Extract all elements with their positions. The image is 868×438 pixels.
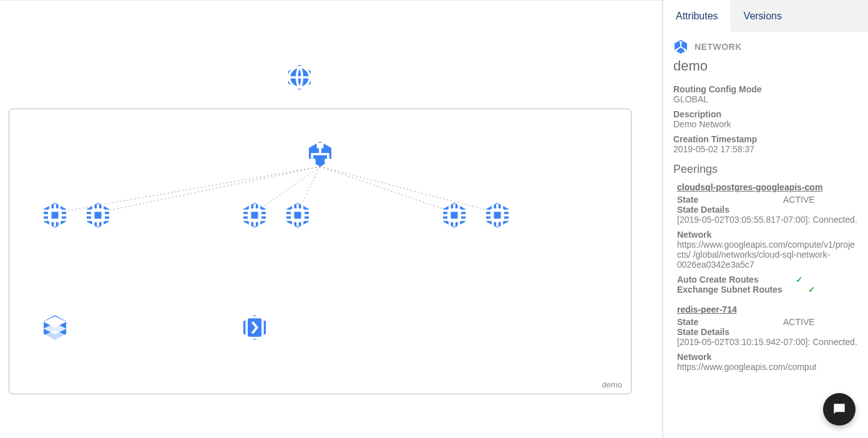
svg-marker-9 (309, 142, 331, 167)
svg-marker-32 (486, 203, 509, 228)
svg-marker-31 (443, 203, 466, 228)
field-value: Demo Network (673, 119, 858, 129)
tab-attributes[interactable]: Attributes (663, 0, 731, 32)
field-value: GLOBAL (673, 94, 858, 104)
diagram-canvas[interactable]: us-east4-a us-east4-b us-east4-c 10.12.1… (0, 0, 663, 438)
compute-instance-icon[interactable] (84, 202, 112, 229)
compute-instance-icon[interactable] (441, 202, 468, 229)
field-label: Creation Timestamp (673, 134, 858, 144)
field-value: 2019-05-02 17:58:37 (673, 144, 858, 154)
tab-versions[interactable]: Versions (731, 0, 794, 32)
chat-launcher-button[interactable] (823, 393, 856, 426)
resource-name: demo (673, 58, 858, 74)
compute-instance-icon[interactable] (41, 202, 69, 229)
peering-name-link[interactable]: redis-peer-714 (677, 304, 858, 314)
field-label: State Details (677, 327, 858, 337)
svg-marker-27 (44, 203, 66, 228)
field-label: State (677, 317, 777, 327)
tab-label: Attributes (676, 11, 718, 22)
field-label: State (677, 195, 777, 205)
storage-stack-icon[interactable] (41, 314, 69, 341)
field-label: Network (677, 230, 858, 240)
function-icon[interactable] (241, 314, 268, 341)
field-value: [2019-05-02T03:10:15.942-07:00]: Connect… (677, 337, 858, 347)
svg-point-40 (680, 41, 682, 44)
compute-instance-icon[interactable] (484, 202, 511, 229)
field-value: ACTIVE (783, 317, 815, 327)
details-panel: Attributes Versions NETWORK demo Routing… (663, 0, 868, 438)
field-value: [2019-05-02T03:05:55.817-07:00]: Connect… (677, 215, 858, 225)
check-icon: ✓ (808, 285, 816, 294)
field-label: Exchange Subnet Routes (677, 285, 802, 294)
field-value: ACTIVE (783, 195, 815, 205)
compute-instance-icon[interactable] (284, 202, 311, 229)
panel-tabs: Attributes Versions (663, 0, 868, 32)
svg-marker-33 (44, 315, 66, 340)
field-value: https://www.googleapis.com/comput (677, 362, 858, 372)
tab-label: Versions (744, 11, 782, 22)
peering-name-link[interactable]: cloudsql-postgres-googleapis-com (677, 182, 858, 192)
peering-item: redis-peer-714 State ACTIVE State Detail… (673, 304, 858, 372)
svg-marker-29 (243, 203, 266, 228)
peering-item: cloudsql-postgres-googleapis-com State A… (673, 182, 858, 294)
svg-marker-28 (87, 203, 109, 228)
check-icon: ✓ (796, 275, 803, 285)
field-label: Description (673, 109, 858, 119)
resource-type-label: NETWORK (695, 42, 742, 52)
svg-marker-30 (286, 203, 309, 228)
compute-instance-icon[interactable] (241, 202, 268, 229)
peerings-heading: Peerings (673, 163, 858, 176)
network-hub-icon[interactable] (306, 140, 334, 168)
svg-marker-7 (288, 65, 311, 90)
network-label: demo (602, 380, 622, 389)
field-value: https://www.googleapis.com/compute/v1/pr… (677, 240, 858, 270)
dns-node-icon[interactable] (286, 64, 313, 91)
svg-marker-37 (243, 315, 266, 340)
field-label: State Details (677, 205, 858, 215)
field-label: Network (677, 352, 858, 362)
field-label: Auto Create Routes (677, 275, 789, 285)
field-label: Routing Config Mode (673, 84, 858, 94)
resource-type-icon (673, 39, 688, 54)
